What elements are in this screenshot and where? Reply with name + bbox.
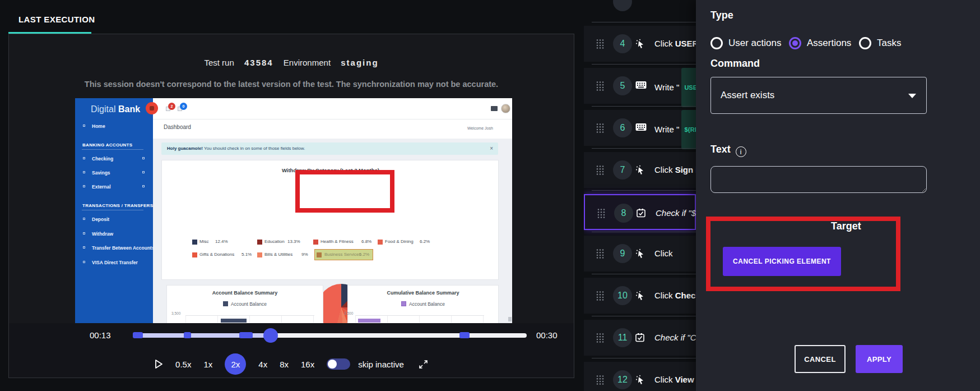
- sidebar-item-deposit[interactable]: Deposit: [92, 217, 109, 222]
- sidebar-item-savings[interactable]: Savings: [92, 170, 110, 176]
- cancel-button[interactable]: CANCEL: [795, 345, 846, 373]
- assert-icon: [637, 208, 646, 220]
- step-number: 10: [613, 286, 632, 305]
- recording-click-indicator: [146, 102, 158, 114]
- step-separator: [592, 106, 696, 107]
- video-frame-screenshot[interactable]: ➤ Digital Bank HomeBANKING ACCOUNTSCheck…: [75, 98, 512, 323]
- radio-user-actions[interactable]: [710, 37, 723, 49]
- sidebar-item-checking[interactable]: Checking: [92, 156, 113, 162]
- radio-assertions[interactable]: [789, 37, 801, 49]
- step-row-9[interactable]: 9Click: [584, 236, 696, 272]
- apply-button[interactable]: APPLY: [856, 345, 903, 373]
- chevron-icon: [142, 157, 145, 159]
- drag-handle-icon[interactable]: [596, 39, 604, 52]
- sidebar-item-external[interactable]: External: [92, 184, 111, 190]
- seek-step-marker[interactable]: [239, 332, 253, 338]
- legend-label: Business Services: [324, 252, 361, 257]
- info-icon[interactable]: i: [736, 146, 746, 157]
- test-run-line: Test run 43584 Environment staging: [8, 58, 574, 67]
- bank-sidebar: Digital Bank HomeBANKING ACCOUNTSCheckin…: [75, 98, 153, 323]
- seek-step-marker[interactable]: [459, 332, 470, 338]
- cumulative-balance-title: Cumulative Balance Summary: [348, 290, 498, 296]
- extension-badge-red: 2: [168, 103, 175, 110]
- bullet-icon: [83, 171, 85, 173]
- step-row-8[interactable]: 8Check if "${L: [584, 194, 696, 230]
- seek-step-marker[interactable]: [184, 332, 191, 338]
- legend-swatch: [401, 301, 406, 306]
- speed-1x[interactable]: 1x: [203, 360, 212, 369]
- axis-label: 3,500: [344, 311, 353, 315]
- play-icon[interactable]: [155, 359, 163, 369]
- drag-handle-icon[interactable]: [596, 123, 604, 136]
- sidebar-item-transfer-between-accounts[interactable]: Transfer Between Accounts: [92, 245, 155, 251]
- seek-thumb[interactable]: [263, 328, 278, 343]
- user-avatar: [501, 104, 510, 113]
- step-label: Click Check: [654, 278, 696, 314]
- drag-handle-icon[interactable]: [597, 208, 605, 221]
- axis-label: 3,500: [171, 311, 180, 315]
- step-row-4[interactable]: 4Click USERN: [584, 26, 696, 62]
- step-number: 5: [613, 76, 632, 95]
- step-label: Click: [654, 236, 673, 272]
- speed-16x[interactable]: 16x: [301, 360, 314, 369]
- radio-label: User actions: [728, 38, 781, 49]
- alert-close-icon[interactable]: ×: [490, 142, 493, 155]
- step-label: Check if "Ch: [654, 320, 696, 356]
- fullscreen-icon[interactable]: [419, 360, 428, 369]
- legend-swatch: [313, 240, 318, 245]
- step-separator: [592, 316, 696, 316]
- step-row-12[interactable]: 12Click View C: [584, 362, 696, 391]
- alert-banner: Holy guacamole! You should check in on s…: [161, 142, 498, 155]
- step-separator: [592, 22, 696, 22]
- test-run-label: Test run: [204, 58, 234, 67]
- speed-4x[interactable]: 4x: [258, 360, 267, 369]
- legend-value: 5.2%: [359, 252, 369, 257]
- step-row-5[interactable]: 5Write " USER: [584, 68, 696, 104]
- total-time: 00:30: [536, 330, 558, 340]
- scrollbar-thumb[interactable]: [508, 317, 512, 321]
- step-row-6[interactable]: 6Write " ${RE: [584, 110, 696, 146]
- legend-label: Misc: [199, 239, 208, 244]
- divider: [153, 119, 512, 119]
- drag-handle-icon[interactable]: [596, 81, 604, 94]
- drag-handle-icon[interactable]: [596, 333, 604, 346]
- type-radio-group: User actionsAssertionsTasks: [710, 36, 968, 52]
- step-editor-panel: Type User actionsAssertionsTasks Command…: [696, 0, 980, 391]
- seek-step-marker[interactable]: [133, 332, 143, 338]
- step-row-10[interactable]: 10Click Check: [584, 278, 696, 314]
- legend-value: 6.8%: [361, 239, 371, 244]
- legend-label: Food & Dining: [385, 239, 414, 244]
- skip-inactive-toggle[interactable]: [327, 358, 350, 370]
- sidebar-item-withdraw[interactable]: Withdraw: [92, 231, 113, 237]
- step-number: 8: [614, 204, 633, 223]
- step-number: 11: [613, 328, 632, 347]
- cursor-icon: [635, 39, 645, 51]
- command-select[interactable]: Assert exists: [710, 77, 927, 114]
- drag-handle-icon[interactable]: [596, 375, 604, 388]
- type-heading: Type: [710, 10, 733, 21]
- drag-handle-icon[interactable]: [596, 291, 604, 303]
- cursor-icon: [635, 249, 645, 261]
- cursor-icon: [635, 291, 645, 303]
- step-number: 4: [613, 34, 632, 53]
- step-separator: [592, 148, 696, 149]
- speed-8x[interactable]: 8x: [280, 360, 289, 369]
- legend-value: 13.3%: [287, 239, 300, 244]
- assertion-text-input[interactable]: [710, 166, 927, 193]
- sidebar-item-home[interactable]: Home: [92, 123, 105, 129]
- speed-0.5x[interactable]: 0.5x: [175, 360, 191, 369]
- radio-tasks[interactable]: [859, 37, 871, 49]
- step-label: Write " ${RE: [654, 110, 696, 146]
- step-row-11[interactable]: 11Check if "Ch: [584, 320, 696, 356]
- step-row-7[interactable]: 7Click Sign in: [584, 152, 696, 188]
- sidebar-item-visa-direct-transfer[interactable]: VISA Direct Transfer: [92, 260, 138, 265]
- speed-2x[interactable]: 2x: [225, 353, 246, 375]
- command-heading: Command: [710, 58, 760, 70]
- step-circle-partial: [613, 0, 632, 11]
- tab-last-execution[interactable]: LAST EXECUTION: [18, 15, 95, 24]
- cumulative-balance-legend: Account Balance: [348, 301, 498, 307]
- drag-handle-icon[interactable]: [596, 249, 604, 261]
- video-player-bar: 00:13 00:30 0.5x1x2x4x8x16x skip inactiv…: [9, 323, 574, 378]
- legend-value: 5.1%: [241, 252, 252, 257]
- drag-handle-icon[interactable]: [596, 165, 604, 178]
